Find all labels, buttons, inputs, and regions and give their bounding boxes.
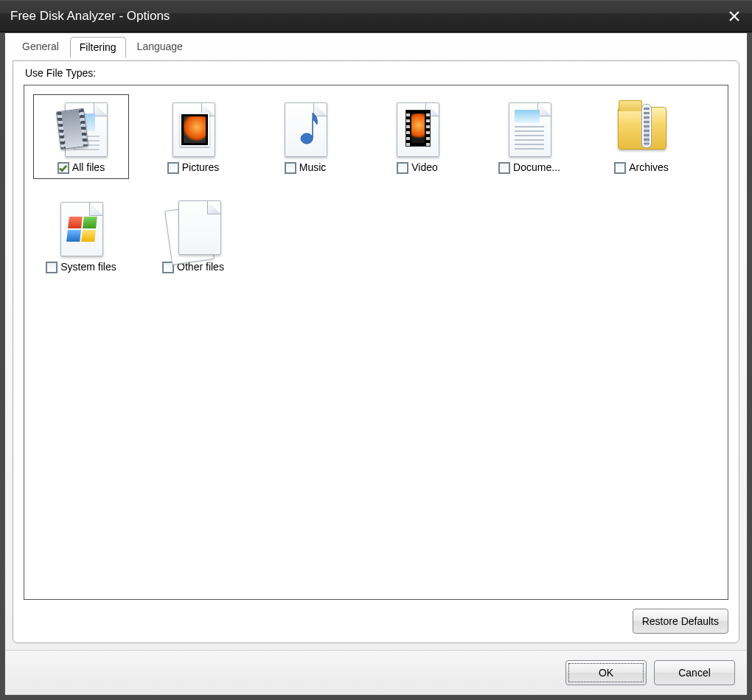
other-files-icon (164, 199, 223, 258)
item-label: System files (60, 261, 116, 273)
checkbox-music[interactable] (285, 162, 296, 174)
options-dialog: Free Disk Analyzer - Options General Fil… (0, 0, 752, 700)
item-label: Pictures (182, 161, 220, 173)
item-system-files[interactable]: System files (33, 194, 129, 279)
tab-filtering[interactable]: Filtering (70, 37, 126, 57)
video-icon (388, 99, 447, 158)
checkbox-pictures[interactable] (167, 162, 179, 174)
title-bar[interactable]: Free Disk Analyzer - Options (0, 0, 752, 32)
item-music[interactable]: Music (257, 94, 353, 179)
tab-general[interactable]: General (13, 36, 69, 57)
tab-language[interactable]: Language (128, 36, 192, 57)
dialog-button-row: OK Cancel (5, 650, 747, 695)
checkbox-video[interactable] (397, 162, 408, 174)
all-files-icon (52, 99, 111, 158)
item-label: Archives (629, 161, 669, 173)
item-documents[interactable]: Docume... (481, 94, 577, 179)
item-pictures[interactable]: Pictures (145, 94, 241, 179)
item-archives[interactable]: Archives (593, 94, 689, 179)
item-other-files[interactable]: Other files (145, 194, 241, 279)
file-types-list[interactable]: All files Pictures (24, 85, 728, 600)
ok-button[interactable]: OK (565, 660, 647, 685)
checkbox-all-files[interactable] (58, 162, 69, 174)
close-button[interactable] (727, 9, 742, 24)
cancel-button[interactable]: Cancel (654, 660, 735, 685)
client-area: General Filtering Language Use File Type… (4, 32, 748, 696)
pictures-icon (164, 99, 223, 158)
music-icon (276, 99, 335, 158)
item-label: All files (72, 161, 105, 173)
tab-strip: General Filtering Language (5, 33, 747, 57)
checkbox-system-files[interactable] (46, 262, 58, 273)
item-all-files[interactable]: All files (33, 94, 129, 179)
item-label: Video (411, 161, 438, 173)
window-title: Free Disk Analyzer - Options (10, 9, 727, 24)
checkbox-documents[interactable] (498, 162, 510, 174)
documents-icon (500, 99, 559, 158)
item-label: Music (299, 161, 327, 173)
checkbox-archives[interactable] (614, 162, 626, 174)
archives-icon (612, 99, 671, 158)
section-label: Use File Types: (25, 67, 728, 79)
close-icon (729, 11, 739, 21)
item-video[interactable]: Video (369, 94, 465, 179)
file-types-items: All files Pictures (33, 94, 719, 279)
item-label: Docume... (513, 161, 560, 173)
tab-page-filtering: Use File Types: All files (13, 60, 739, 643)
system-files-icon (52, 199, 111, 258)
restore-defaults-button[interactable]: Restore Defaults (633, 609, 728, 634)
